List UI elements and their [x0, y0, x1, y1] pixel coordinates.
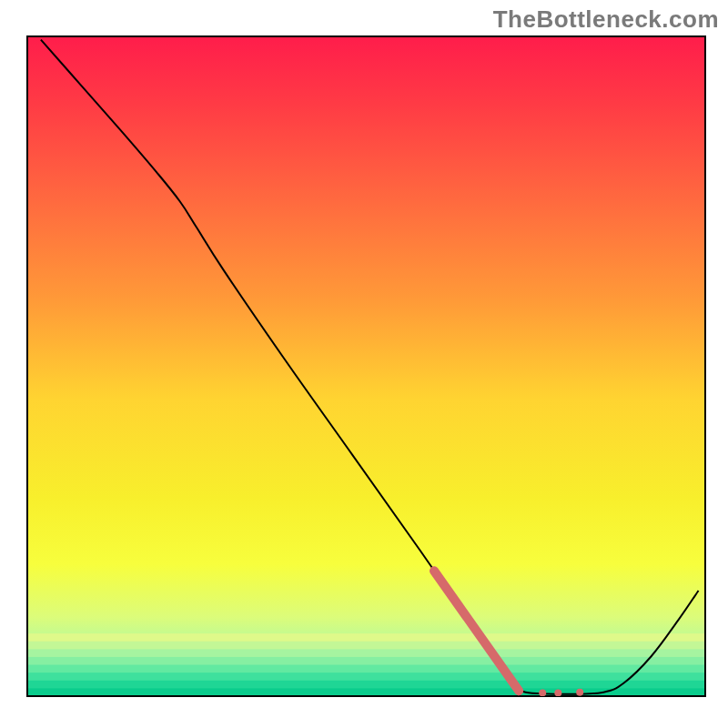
- highlight-dot-2: [554, 689, 561, 696]
- svg-rect-5: [27, 657, 705, 665]
- svg-rect-6: [27, 665, 705, 673]
- highlight-dot-1: [539, 689, 546, 696]
- gradient-background: [27, 36, 705, 697]
- watermark-text: TheBottleneck.com: [493, 5, 719, 34]
- chart-stage: TheBottleneck.com: [0, 0, 728, 728]
- svg-rect-7: [27, 672, 705, 681]
- bottleneck-chart: [0, 0, 728, 728]
- svg-rect-3: [27, 642, 705, 650]
- svg-rect-1: [27, 36, 705, 696]
- svg-rect-4: [27, 649, 705, 657]
- svg-rect-8: [27, 681, 705, 689]
- highlight-dot-3: [576, 689, 583, 696]
- svg-rect-2: [27, 633, 705, 642]
